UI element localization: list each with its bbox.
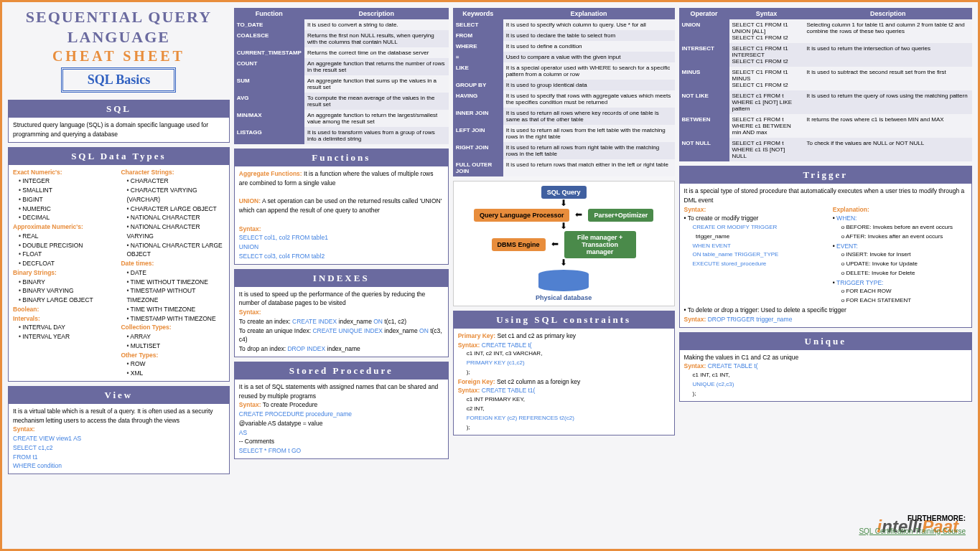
table-cell: To compute the mean average of the value… (304, 93, 449, 110)
table-cell: To check if the values are NULL or NOT N… (803, 138, 972, 161)
table-cell: An aggregate function that sums up the v… (304, 75, 449, 93)
fk-label: Foreign Key: (458, 378, 495, 385)
idx-c1a: To create an index: (239, 318, 292, 325)
trig-ex: Explanation: (833, 206, 869, 213)
table-cell: FULL OUTER JOIN (453, 159, 503, 176)
idx-c1e: t(c1, c2) (383, 318, 406, 325)
idx-c2b: CREATE UNIQUE INDEX (312, 327, 383, 334)
table-cell: MIN/MAX (234, 110, 304, 127)
coll-list: ARRAYMULTISET (121, 332, 224, 351)
table-cell: SELECT c1 FROM t WHERE c1 BETWEEN min AN… (729, 114, 804, 138)
list-item: ARRAY (126, 332, 224, 342)
indexes-section: INDEXES It is used to speed up the perfo… (234, 269, 449, 357)
op-th1: Operator (679, 8, 729, 19)
exact-h: Exact Numeric's: (13, 169, 62, 176)
view-c4: WHERE condition (13, 462, 62, 469)
uniq-syn: Syntax: (684, 362, 706, 369)
table-cell: It is used to return all rows from the l… (503, 125, 675, 142)
list-item: INTERVAL DAY (19, 323, 116, 332)
table-cell: Returns the correct time on the database… (304, 47, 449, 58)
table-cell: INNER JOIN (453, 108, 503, 125)
trig-c4: EXECUTE stored_procedure (693, 260, 767, 267)
table-cell: It is used to define a condition (503, 41, 675, 52)
course-link[interactable]: SQL Certification Training Course (859, 527, 966, 535)
table-cell: TO_DATE (234, 19, 304, 30)
trig-del: To delete or drop a trigger: Used to del… (688, 306, 846, 314)
table-cell: It is used to convert a string to date. (304, 19, 449, 30)
table-cell: MINUS (679, 67, 729, 90)
diag-filemgr: File manager + Transaction manager (564, 231, 636, 258)
table-cell: CURRENT_TIMESTAMP (234, 47, 304, 58)
interval-list: INTERVAL DAYINTERVAL YEAR (13, 323, 116, 342)
table-cell: BETWEEN (679, 114, 729, 138)
uniq-c1: CREATE TABLE t( (708, 362, 758, 369)
trig-event: EVENT: (836, 242, 858, 250)
table-cell: SELECT C1 FROM t1 MINUS SELECT C1 FROM t… (729, 67, 804, 90)
function-table: FunctionDescription TO_DATEIt is used to… (234, 8, 449, 144)
table-cell: AVG (234, 93, 304, 110)
table-cell: FROM (453, 30, 503, 41)
func-c3: SELECT col3, col4 FROM tabl2 (239, 253, 325, 260)
list-item: DATE (126, 268, 224, 278)
list-item: TIMESTAMP WITHOUT TIMEZONE (126, 286, 224, 305)
uniq-text: Making the values in C1 and C2 as unique (684, 354, 799, 361)
table-cell: RIGHT JOIN (453, 142, 503, 159)
trig-when: WHEN: (836, 215, 857, 222)
diag-query: SQL Query (541, 186, 587, 199)
list-item: DECFLOAT (19, 259, 116, 268)
list-item: DECIMAL (19, 213, 116, 222)
idx-c3c: index_name (325, 345, 360, 352)
idx-c1b: CREATE INDEX (292, 318, 337, 325)
fk-text: Set c2 column as a foreign key (495, 378, 581, 385)
table-cell: HAVING (453, 90, 503, 108)
idx-c2c: index_name (383, 327, 419, 334)
constraints-section: Using SQL constraints Primary Key: Set c… (453, 311, 675, 436)
sql-basics-badge: SQL Basics (61, 67, 176, 93)
table-cell: It is used to specify that rows with agg… (503, 90, 675, 108)
view-c3: FROM t1 (13, 453, 37, 461)
trig-syn: Syntax: (684, 206, 706, 213)
trig-c3: ON table_name TRIGGER_TYPE (693, 251, 779, 258)
exact-list: INTEGERSMALLINTBIGINTNUMERICDECIMAL (13, 176, 116, 222)
types-heading: SQL Data Types (9, 148, 229, 165)
table-cell: NOT LIKE (679, 90, 729, 114)
table-cell: An aggregate function to return the larg… (304, 110, 449, 127)
con-c3: PRIMARY KEY (c1,c2) (467, 359, 525, 366)
unique-section: Unique Making the values in C1 and C2 as… (679, 332, 972, 402)
table-cell: COALESCE (234, 30, 304, 47)
con-syn1: Syntax: (458, 342, 480, 349)
table-cell: It is used to transform values from a gr… (304, 127, 449, 144)
op-th2: Syntax (729, 8, 804, 19)
table-cell: Returns the first non NULL results, when… (304, 30, 449, 47)
view-heading: View (9, 387, 229, 404)
sp-c1: CREATE PROCEDURE procedure_name (239, 410, 352, 418)
unique-heading: Unique (680, 333, 971, 350)
trig-t1: FOR EACH ROW (846, 288, 891, 294)
list-item: REAL (19, 232, 116, 241)
list-item: ROW (126, 359, 224, 369)
list-item: MULTISET (126, 342, 224, 351)
trig-w1: BEFORE: Invokes before an event occurs (846, 224, 953, 230)
uniq-c2: c1 INT, c1 INT, (693, 372, 730, 378)
trig-e1: INSERT: Invoke for Insert (846, 251, 910, 258)
list-item: INTEGER (19, 176, 116, 186)
table-cell: INTERSECT (679, 43, 729, 67)
approx-list: REALDOUBLE PRECISIONFLOATDECFLOAT (13, 232, 116, 268)
uniq-c3: UNIQUE (c2,c3) (693, 381, 734, 387)
title-block: SEQUENTIAL QUERY LANGUAGE CHEAT SHEET SQ… (8, 8, 230, 95)
binary-list: BINARYBINARY VARYINGBINARY LARGE OBJECT (13, 278, 116, 305)
functions-section: Functions Aggregate Functions: It is a f… (234, 149, 449, 265)
list-item: FLOAT (19, 250, 116, 259)
sp-c5: SELECT * FROM t GO (239, 447, 301, 454)
table-cell: It is used to group identical data (503, 80, 675, 90)
sp-syntax: Syntax: (239, 401, 261, 408)
table-cell: SELECT (453, 19, 503, 30)
char-list: CHARACTERCHARACTER VARYING (VARCHAR)CHAR… (121, 176, 224, 259)
coll-h: Collection Types: (121, 324, 171, 331)
view-c2: SELECT c1,c2 (13, 444, 53, 451)
sp-c4: -- Comments (239, 438, 274, 445)
idx-c1d: ON (373, 318, 383, 325)
table-cell: Used to compare a value with the given i… (503, 52, 675, 62)
fn-th2: Description (304, 8, 449, 19)
table-cell: = (453, 52, 503, 62)
